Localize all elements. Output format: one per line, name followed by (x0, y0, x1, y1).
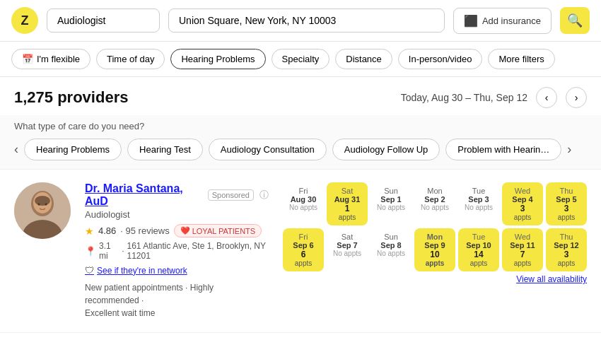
filter-chip-hearing[interactable]: Hearing Problems (170, 49, 265, 69)
insurance-icon: ⬛ (464, 14, 478, 28)
heart-icon: ❤️ (180, 226, 190, 235)
availability-row-2: Fri Sep 6 6 appts Sat Sep 7 No appts Sun… (283, 228, 587, 271)
avail-cell-sep9[interactable]: Mon Sep 9 10 appts (414, 228, 455, 271)
search-button[interactable]: 🔍 (560, 7, 590, 34)
filter-chip-more[interactable]: More filters (488, 49, 554, 69)
provider-name-row: Dr. Maria Santana, AuD Sponsored ⓘ (85, 182, 269, 208)
availability-grid: Fri Aug 30 No appts Sat Aug 31 1 appts S… (283, 182, 587, 319)
care-section: What type of care do you need? ‹ Hearing… (0, 115, 601, 170)
filter-chip-distance[interactable]: Distance (335, 49, 392, 69)
provider-card: Dr. Maria Santana, AuD Sponsored ⓘ Audio… (0, 170, 601, 333)
care-chip-problem-hearing[interactable]: Problem with Hearin… (445, 139, 561, 160)
location-pin-icon: 📍 (85, 246, 96, 257)
avail-cell-sep1: Sun Sep 1 No appts (370, 182, 412, 225)
insurance-label: Add insurance (482, 16, 541, 26)
care-chip-audiology-consultation[interactable]: Audiology Consultation (209, 139, 327, 160)
rating-value: 4.86 (98, 225, 116, 236)
care-next-button[interactable]: › (567, 142, 571, 157)
rating-row: ★ 4.86 · 95 reviews ❤️ LOYAL PATIENTS (85, 224, 269, 237)
loyal-patients-badge: ❤️ LOYAL PATIENTS (174, 224, 262, 237)
filter-chip-time[interactable]: Time of day (96, 49, 165, 69)
search-icon: 🔍 (567, 13, 583, 28)
provider-photo (14, 182, 71, 239)
svg-point-6 (45, 204, 47, 206)
provider-specialty: Audiologist (85, 209, 269, 220)
results-bar: 1,275 providers Today, Aug 30 – Thu, Sep… (0, 77, 601, 115)
star-icon: ★ (85, 225, 94, 237)
header: Z ⬛ Add insurance 🔍 (0, 0, 601, 42)
avail-cell-sep4[interactable]: Wed Sep 4 3 appts (502, 182, 543, 225)
care-chip-audiology-followup[interactable]: Audiology Follow Up (332, 139, 440, 160)
network-check-row[interactable]: 🛡 See if they're in network (85, 265, 269, 276)
avail-cell-sep8: Sun Sep 8 No appts (370, 228, 412, 271)
date-range: Today, Aug 30 – Thu, Sep 12 ‹ › (401, 87, 587, 108)
provider-name[interactable]: Dr. Maria Santana, AuD (85, 182, 202, 208)
avail-cell-sep11[interactable]: Wed Sep 11 7 appts (502, 228, 543, 271)
provider-info: Dr. Maria Santana, AuD Sponsored ⓘ Audio… (85, 182, 269, 319)
next-date-button[interactable]: › (566, 87, 587, 108)
filter-bar: 📅 I'm flexible Time of day Hearing Probl… (0, 42, 601, 77)
search-input[interactable] (47, 8, 160, 33)
avail-cell-aug31[interactable]: Sat Aug 31 1 appts (327, 182, 368, 225)
add-insurance-button[interactable]: ⬛ Add insurance (453, 8, 552, 34)
avail-cell-sep7: Sat Sep 7 No appts (327, 228, 368, 271)
avail-cell-sep5[interactable]: Thu Sep 5 3 appts (546, 182, 587, 225)
avail-cell-aug30: Fri Aug 30 No appts (283, 182, 324, 225)
filter-chip-inperson[interactable]: In-person/video (398, 49, 483, 69)
svg-point-4 (35, 196, 50, 206)
location-input[interactable] (168, 8, 445, 33)
avail-cell-sep12[interactable]: Thu Sep 12 3 appts (546, 228, 587, 271)
location-row: 📍 3.1 mi · 161 Atlantic Ave, Ste 1, Broo… (85, 241, 269, 261)
view-all-availability[interactable]: View all availability (283, 274, 587, 284)
patient-notes: New patient appointments · Highly recomm… (85, 281, 269, 319)
care-chip-hearing-test[interactable]: Hearing Test (127, 139, 203, 160)
avail-cell-sep3: Tue Sep 3 No appts (458, 182, 499, 225)
avail-cell-sep6[interactable]: Fri Sep 6 6 appts (283, 228, 324, 271)
network-link[interactable]: See if they're in network (97, 266, 187, 276)
sponsored-badge: Sponsored (208, 189, 254, 201)
calendar-icon: 📅 (22, 54, 33, 64)
filter-chip-specialty[interactable]: Specialty (272, 49, 330, 69)
provider-address: 161 Atlantic Ave, Ste 1, Brooklyn, NY 11… (127, 241, 269, 261)
avail-cell-sep2: Mon Sep 2 No appts (414, 182, 455, 225)
results-count: 1,275 providers (14, 88, 128, 107)
prev-date-button[interactable]: ‹ (536, 87, 557, 108)
info-icon[interactable]: ⓘ (259, 189, 269, 201)
reviews-count: · 95 reviews (120, 225, 169, 236)
care-label: What type of care do you need? (14, 121, 587, 131)
logo: Z (11, 7, 38, 34)
shield-icon: 🛡 (85, 265, 94, 276)
provider-distance: 3.1 mi (99, 241, 119, 261)
avail-cell-sep10[interactable]: Tue Sep 10 14 appts (458, 228, 499, 271)
care-chip-hearing-problems[interactable]: Hearing Problems (24, 139, 122, 160)
care-chips: ‹ Hearing Problems Hearing Test Audiolog… (14, 139, 587, 160)
care-prev-button[interactable]: ‹ (14, 142, 18, 157)
filter-chip-flexible[interactable]: 📅 I'm flexible (11, 49, 91, 69)
svg-point-5 (38, 204, 40, 206)
availability-row-1: Fri Aug 30 No appts Sat Aug 31 1 appts S… (283, 182, 587, 225)
